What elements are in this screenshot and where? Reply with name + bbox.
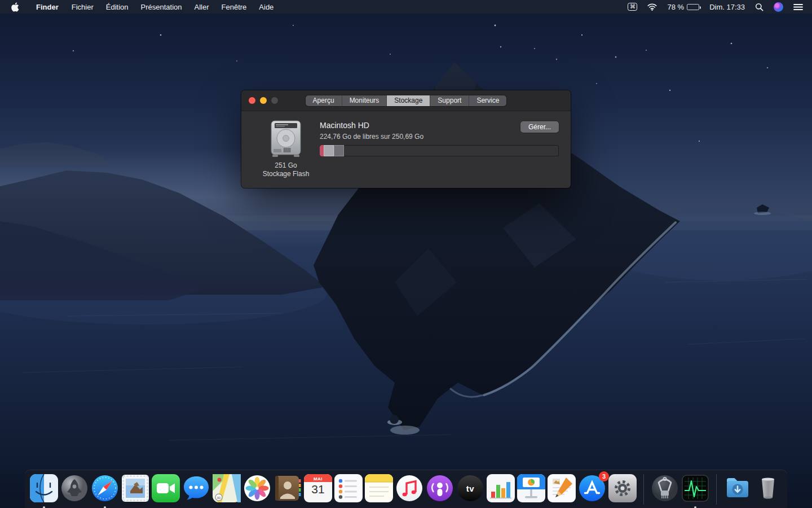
dock-activity-monitor-icon[interactable] (681, 474, 709, 502)
tv-label: tv (456, 474, 484, 502)
dock-trash-icon[interactable] (754, 474, 782, 502)
menu-bar: Finder Fichier Édition Présentation Alle… (0, 0, 812, 14)
calendar-day-label: 31 (304, 483, 332, 496)
window-tab-bar: Aperçu Moniteurs Stockage Support Servic… (306, 95, 507, 106)
close-button[interactable] (249, 97, 255, 104)
svg-text:3D: 3D (217, 496, 220, 500)
traffic-lights (249, 97, 278, 104)
menu-edition[interactable]: Édition (100, 0, 135, 14)
tab-service[interactable]: Service (469, 95, 506, 106)
dock-notes-icon[interactable] (365, 474, 393, 502)
dock-reminders-icon[interactable] (334, 474, 363, 502)
dock-messages-icon[interactable] (182, 474, 210, 502)
tab-moniteurs[interactable]: Moniteurs (342, 95, 387, 106)
siri-icon (774, 2, 783, 12)
catalina-night-wallpaper-image (0, 0, 812, 508)
menu-fichier[interactable]: Fichier (65, 0, 100, 14)
dock-maps-icon[interactable]: 3D (213, 474, 241, 502)
tab-support[interactable]: Support (430, 95, 469, 106)
dock: 3D (25, 470, 787, 508)
manage-button[interactable]: Gérer... (520, 121, 559, 133)
dock-podcasts-icon[interactable] (426, 474, 454, 502)
battery-menu[interactable]: 78 % (662, 0, 704, 14)
storage-segment-silver (324, 145, 334, 156)
minimize-button[interactable] (260, 97, 267, 104)
menu-presentation[interactable]: Présentation (135, 0, 188, 14)
spotlight-search-icon (755, 3, 764, 11)
dock-system-preferences-icon[interactable] (608, 474, 637, 502)
menubar-clock: Dim. 17:33 (709, 3, 745, 11)
dock-separator (716, 474, 717, 505)
dock-finder-icon[interactable] (30, 474, 58, 502)
dock-photos-icon[interactable] (243, 474, 271, 502)
battery-percent-label: 78 % (667, 3, 684, 11)
siri-menu[interactable] (769, 0, 788, 14)
window-titlebar[interactable]: Aperçu Moniteurs Stockage Support Servic… (241, 90, 571, 111)
wifi-icon (647, 3, 657, 11)
menu-aide[interactable]: Aide (253, 0, 280, 14)
dock-launchpad-icon[interactable] (60, 474, 89, 502)
storage-usage-bar (320, 145, 559, 156)
app-store-badge: 3 (599, 471, 609, 481)
dock-system-information-icon[interactable] (651, 474, 679, 502)
menubar-app-name[interactable]: Finder (29, 0, 65, 14)
dock-mail-icon[interactable] (121, 474, 149, 502)
zoom-button-disabled (271, 97, 278, 104)
tab-stockage-active[interactable]: Stockage (386, 95, 430, 106)
storage-segment-red (320, 145, 324, 156)
notification-center-icon (793, 3, 803, 11)
tab-apercu[interactable]: Aperçu (306, 95, 342, 106)
battery-icon (687, 4, 699, 10)
disk-capacity-label: 251 Go (254, 161, 318, 169)
dock-keynote-icon[interactable] (517, 474, 545, 502)
storage-segment-gray (334, 145, 344, 156)
apple-logo-icon (11, 2, 19, 12)
spotlight-menu[interactable] (750, 0, 769, 14)
dock-calendar-icon[interactable]: MAI 31 (304, 474, 332, 502)
disk-type-label: Stockage Flash (254, 170, 318, 178)
dock-downloads-folder-icon[interactable] (723, 474, 752, 502)
dock-facetime-icon[interactable] (152, 474, 180, 502)
apple-menu[interactable] (0, 2, 29, 12)
input-source-menu[interactable]: ⌘ (623, 0, 642, 14)
dock-app-store-icon[interactable]: 3 (578, 474, 606, 502)
dock-separator (643, 474, 644, 505)
calendar-month-label: MAI (304, 476, 332, 481)
desktop-wallpaper (0, 0, 812, 508)
dock-safari-icon[interactable] (91, 474, 119, 502)
dock-contacts-icon[interactable] (273, 474, 302, 502)
clock-menu[interactable]: Dim. 17:33 (704, 0, 750, 14)
menu-aller[interactable]: Aller (188, 0, 215, 14)
about-this-mac-window: Aperçu Moniteurs Stockage Support Servic… (241, 90, 571, 188)
wifi-menu[interactable] (642, 0, 662, 14)
dock-tv-icon[interactable]: tv (456, 474, 484, 502)
notification-center-menu[interactable] (788, 0, 812, 14)
disk-free-space-label: 224,76 Go de libres sur 250,69 Go (320, 133, 423, 141)
dock-numbers-icon[interactable] (487, 474, 515, 502)
hard-drive-icon (270, 120, 302, 158)
dock-music-icon[interactable] (395, 474, 423, 502)
dock-pages-icon[interactable] (548, 474, 576, 502)
input-source-icon: ⌘ (628, 3, 637, 11)
disk-name-label: Macintosh HD (320, 121, 423, 130)
menu-fenetre[interactable]: Fenêtre (215, 0, 253, 14)
